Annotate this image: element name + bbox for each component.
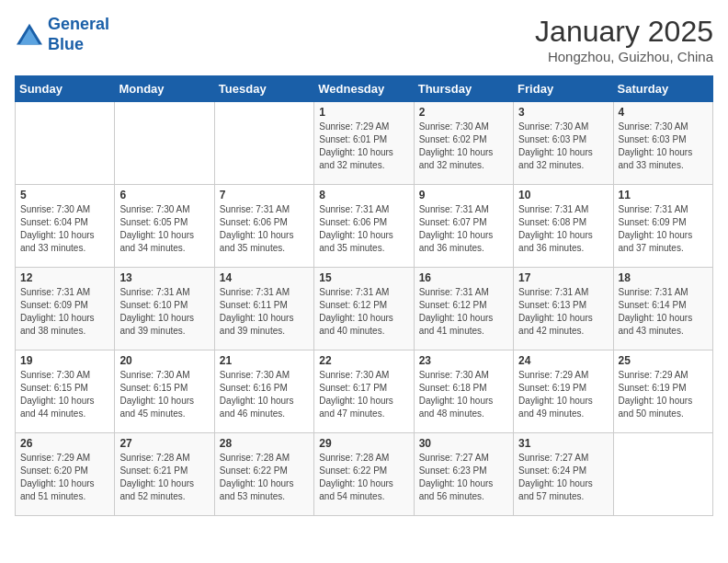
calendar-cell [16, 102, 115, 185]
day-info: Sunrise: 7:31 AM Sunset: 6:09 PM Dayligh… [619, 203, 708, 255]
calendar-cell: 19Sunrise: 7:30 AM Sunset: 6:15 PM Dayli… [16, 350, 115, 433]
logo: General Blue [15, 15, 109, 54]
month-title: January 2025 [535, 15, 713, 49]
day-info: Sunrise: 7:31 AM Sunset: 6:12 PM Dayligh… [319, 286, 408, 338]
calendar-cell: 11Sunrise: 7:31 AM Sunset: 6:09 PM Dayli… [613, 185, 712, 268]
calendar-cell: 31Sunrise: 7:27 AM Sunset: 6:24 PM Dayli… [514, 433, 613, 516]
calendar-cell: 20Sunrise: 7:30 AM Sunset: 6:15 PM Dayli… [115, 350, 214, 433]
calendar-cell: 21Sunrise: 7:30 AM Sunset: 6:16 PM Dayli… [214, 350, 313, 433]
calendar-cell: 29Sunrise: 7:28 AM Sunset: 6:22 PM Dayli… [314, 433, 414, 516]
calendar-cell: 4Sunrise: 7:30 AM Sunset: 6:03 PM Daylig… [613, 102, 712, 185]
calendar-cell [613, 433, 712, 516]
day-number: 14 [220, 271, 309, 284]
day-number: 31 [518, 437, 608, 450]
day-number: 26 [20, 437, 109, 450]
day-number: 16 [419, 271, 508, 284]
day-info: Sunrise: 7:30 AM Sunset: 6:15 PM Dayligh… [119, 369, 209, 420]
calendar-cell [214, 102, 313, 185]
logo-line2: Blue [48, 35, 84, 53]
day-info: Sunrise: 7:31 AM Sunset: 6:14 PM Dayligh… [619, 286, 708, 338]
calendar-cell: 26Sunrise: 7:29 AM Sunset: 6:20 PM Dayli… [16, 433, 115, 516]
logo-line1: General [48, 15, 109, 33]
calendar-table: SundayMondayTuesdayWednesdayThursdayFrid… [15, 75, 713, 516]
calendar-cell: 24Sunrise: 7:29 AM Sunset: 6:19 PM Dayli… [514, 350, 613, 433]
day-number: 27 [119, 437, 209, 450]
day-info: Sunrise: 7:29 AM Sunset: 6:20 PM Dayligh… [20, 452, 109, 503]
day-number: 10 [518, 189, 608, 201]
calendar-cell: 27Sunrise: 7:28 AM Sunset: 6:21 PM Dayli… [115, 433, 214, 516]
day-info: Sunrise: 7:31 AM Sunset: 6:10 PM Dayligh… [119, 286, 209, 338]
day-info: Sunrise: 7:30 AM Sunset: 6:17 PM Dayligh… [319, 369, 408, 420]
day-info: Sunrise: 7:31 AM Sunset: 6:07 PM Dayligh… [419, 203, 508, 255]
calendar-cell: 12Sunrise: 7:31 AM Sunset: 6:09 PM Dayli… [16, 268, 115, 350]
calendar-cell: 25Sunrise: 7:29 AM Sunset: 6:19 PM Dayli… [613, 350, 712, 433]
day-info: Sunrise: 7:30 AM Sunset: 6:16 PM Dayligh… [220, 369, 309, 420]
calendar-cell: 3Sunrise: 7:30 AM Sunset: 6:03 PM Daylig… [514, 102, 613, 185]
day-info: Sunrise: 7:31 AM Sunset: 6:12 PM Dayligh… [419, 286, 508, 338]
day-number: 9 [419, 189, 508, 201]
day-number: 2 [419, 106, 508, 119]
calendar-cell: 17Sunrise: 7:31 AM Sunset: 6:13 PM Dayli… [514, 268, 613, 350]
day-info: Sunrise: 7:27 AM Sunset: 6:23 PM Dayligh… [419, 452, 508, 503]
day-info: Sunrise: 7:30 AM Sunset: 6:15 PM Dayligh… [20, 369, 109, 420]
day-number: 23 [419, 354, 508, 367]
day-info: Sunrise: 7:30 AM Sunset: 6:18 PM Dayligh… [419, 369, 508, 420]
calendar-cell: 30Sunrise: 7:27 AM Sunset: 6:23 PM Dayli… [414, 433, 513, 516]
day-number: 20 [119, 354, 209, 367]
day-number: 29 [319, 437, 408, 450]
calendar-week-3: 12Sunrise: 7:31 AM Sunset: 6:09 PM Dayli… [16, 268, 713, 350]
weekday-header-wednesday: Wednesday [314, 76, 414, 102]
page-header: General Blue January 2025 Hongzhou, Guiz… [15, 15, 713, 64]
day-number: 12 [20, 271, 109, 284]
day-info: Sunrise: 7:31 AM Sunset: 6:08 PM Dayligh… [518, 203, 608, 255]
title-block: January 2025 Hongzhou, Guizhou, China [535, 15, 713, 64]
day-number: 3 [518, 106, 608, 119]
calendar-week-2: 5Sunrise: 7:30 AM Sunset: 6:04 PM Daylig… [16, 185, 713, 268]
day-info: Sunrise: 7:29 AM Sunset: 6:19 PM Dayligh… [518, 369, 608, 420]
calendar-cell: 22Sunrise: 7:30 AM Sunset: 6:17 PM Dayli… [314, 350, 414, 433]
weekday-header-tuesday: Tuesday [214, 76, 313, 102]
day-info: Sunrise: 7:31 AM Sunset: 6:09 PM Dayligh… [20, 286, 109, 338]
day-number: 19 [20, 354, 109, 367]
day-info: Sunrise: 7:27 AM Sunset: 6:24 PM Dayligh… [518, 452, 608, 503]
day-number: 15 [319, 271, 408, 284]
day-number: 18 [619, 271, 708, 284]
day-info: Sunrise: 7:28 AM Sunset: 6:22 PM Dayligh… [319, 452, 408, 503]
day-number: 7 [220, 189, 309, 201]
weekday-header-friday: Friday [514, 76, 613, 102]
day-info: Sunrise: 7:30 AM Sunset: 6:05 PM Dayligh… [119, 203, 209, 255]
day-info: Sunrise: 7:29 AM Sunset: 6:19 PM Dayligh… [619, 369, 708, 420]
calendar-cell: 1Sunrise: 7:29 AM Sunset: 6:01 PM Daylig… [314, 102, 414, 185]
logo-icon [15, 22, 44, 48]
day-number: 4 [619, 106, 708, 119]
day-number: 5 [20, 189, 109, 201]
logo-text: General Blue [48, 15, 109, 54]
calendar-cell: 7Sunrise: 7:31 AM Sunset: 6:06 PM Daylig… [214, 185, 313, 268]
calendar-cell: 14Sunrise: 7:31 AM Sunset: 6:11 PM Dayli… [214, 268, 313, 350]
calendar-week-5: 26Sunrise: 7:29 AM Sunset: 6:20 PM Dayli… [16, 433, 713, 516]
calendar-cell: 16Sunrise: 7:31 AM Sunset: 6:12 PM Dayli… [414, 268, 513, 350]
day-number: 28 [220, 437, 309, 450]
day-info: Sunrise: 7:30 AM Sunset: 6:03 PM Dayligh… [518, 121, 608, 172]
calendar-cell: 15Sunrise: 7:31 AM Sunset: 6:12 PM Dayli… [314, 268, 414, 350]
calendar-cell: 23Sunrise: 7:30 AM Sunset: 6:18 PM Dayli… [414, 350, 513, 433]
weekday-header-saturday: Saturday [613, 76, 712, 102]
calendar-cell: 9Sunrise: 7:31 AM Sunset: 6:07 PM Daylig… [414, 185, 513, 268]
weekday-header-thursday: Thursday [414, 76, 513, 102]
day-number: 30 [419, 437, 508, 450]
calendar-cell: 18Sunrise: 7:31 AM Sunset: 6:14 PM Dayli… [613, 268, 712, 350]
day-info: Sunrise: 7:31 AM Sunset: 6:06 PM Dayligh… [220, 203, 309, 255]
day-info: Sunrise: 7:30 AM Sunset: 6:02 PM Dayligh… [419, 121, 508, 172]
day-number: 22 [319, 354, 408, 367]
day-number: 24 [518, 354, 608, 367]
day-number: 1 [319, 106, 408, 119]
day-info: Sunrise: 7:28 AM Sunset: 6:21 PM Dayligh… [119, 452, 209, 503]
day-info: Sunrise: 7:31 AM Sunset: 6:11 PM Dayligh… [220, 286, 309, 338]
day-info: Sunrise: 7:28 AM Sunset: 6:22 PM Dayligh… [220, 452, 309, 503]
calendar-cell: 8Sunrise: 7:31 AM Sunset: 6:06 PM Daylig… [314, 185, 414, 268]
calendar-cell [115, 102, 214, 185]
calendar-cell: 2Sunrise: 7:30 AM Sunset: 6:02 PM Daylig… [414, 102, 513, 185]
location-subtitle: Hongzhou, Guizhou, China [535, 49, 713, 64]
day-number: 17 [518, 271, 608, 284]
calendar-cell: 28Sunrise: 7:28 AM Sunset: 6:22 PM Dayli… [214, 433, 313, 516]
